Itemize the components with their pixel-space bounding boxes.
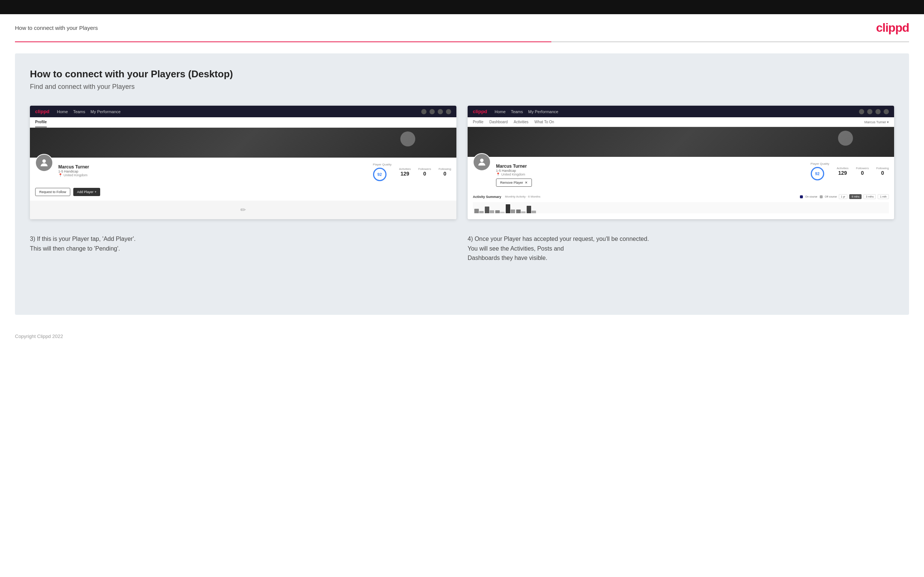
right-activity-subtitle: Monthly Activity · 6 Months — [505, 195, 541, 198]
right-stat-following: Following 0 — [876, 166, 889, 176]
svg-point-1 — [480, 159, 483, 162]
chart-bar — [521, 211, 525, 213]
chart-bar — [485, 206, 489, 213]
right-nav-performance[interactable]: My Performance — [528, 110, 559, 114]
right-activity-title: Activity Summary — [473, 195, 501, 199]
left-hero-image — [30, 128, 456, 158]
right-description-block: 4) Once your Player has accepted your re… — [468, 234, 894, 263]
right-hero-image — [468, 127, 894, 157]
page-subtitle: Find and connect with your Players — [30, 83, 894, 91]
screenshots-row: clippd Home Teams My Performance Profile — [30, 106, 894, 219]
footer: Copyright Clippd 2022 — [0, 326, 924, 347]
left-stat-followers: Followers 0 — [418, 167, 431, 177]
filter-1mth[interactable]: 1 mth — [878, 194, 889, 199]
remove-player-button[interactable]: Remove Player ✕ — [496, 179, 532, 187]
right-profile-info: Marcus Turner 1-5 Handicap 📍 United King… — [496, 162, 806, 187]
logo: clippd — [876, 21, 909, 35]
right-tab-profile[interactable]: Profile — [473, 117, 483, 127]
chart-bar — [474, 209, 479, 213]
right-stat-activities: Activities 129 — [837, 166, 848, 176]
right-profile-section: Marcus Turner 1-5 Handicap 📍 United King… — [468, 157, 894, 190]
chart-bar — [500, 212, 505, 213]
add-player-button[interactable]: Add Player + — [73, 188, 100, 196]
left-player-name: Marcus Turner — [58, 164, 368, 169]
left-player-handicap: 1-5 Handicap — [58, 169, 368, 173]
settings-icon[interactable] — [438, 109, 443, 114]
avatar-icon[interactable] — [446, 109, 451, 114]
filter-1yr[interactable]: 1 yr — [839, 194, 848, 199]
chart-bar — [510, 210, 515, 213]
right-description-text: 4) Once your Player has accepted your re… — [468, 234, 894, 263]
right-search-icon[interactable] — [859, 109, 864, 114]
left-nav-teams[interactable]: Teams — [73, 110, 85, 114]
left-screenshot: clippd Home Teams My Performance Profile — [30, 106, 456, 219]
left-tab-profile[interactable]: Profile — [35, 117, 47, 127]
right-user-icon[interactable] — [867, 109, 872, 114]
right-nav-home[interactable]: Home — [494, 110, 506, 114]
left-action-buttons: Request to Follow Add Player + — [30, 185, 456, 201]
right-player-location: 📍 United Kingdom — [496, 172, 806, 176]
right-tab-activities[interactable]: Activities — [514, 117, 528, 127]
right-nav-links: Home Teams My Performance — [494, 110, 851, 114]
right-activity-summary: Activity Summary Monthly Activity · 6 Mo… — [468, 190, 894, 217]
right-quality-circle: 92 — [811, 167, 824, 181]
chart-bar — [516, 210, 521, 213]
right-avatar-icon[interactable] — [884, 109, 889, 114]
chart-bar — [531, 211, 536, 213]
search-icon[interactable] — [421, 109, 426, 114]
right-nav-teams[interactable]: Teams — [511, 110, 523, 114]
page-title: How to connect with your Players (Deskto… — [30, 68, 894, 80]
left-nav-home[interactable]: Home — [57, 110, 68, 114]
left-avatar — [35, 154, 53, 172]
left-quality-circle: 92 — [373, 168, 386, 181]
svg-point-0 — [42, 160, 45, 163]
right-user-dropdown[interactable]: Marcus Turner ▾ — [864, 120, 889, 124]
pen-icon: ✏ — [240, 206, 246, 214]
right-stats: Player Quality 92 Activities 129 Followe… — [811, 162, 889, 181]
filter-6mths[interactable]: 6 mths — [849, 194, 862, 199]
location-pin-icon: 📍 — [58, 173, 62, 177]
chart-bar-group-1 — [474, 209, 484, 213]
left-app-nav: clippd Home Teams My Performance — [30, 106, 456, 117]
top-bar — [0, 0, 924, 14]
right-app-tabs: Profile Dashboard Activities What To On … — [468, 117, 894, 127]
right-location-pin-icon: 📍 — [496, 172, 500, 176]
right-player-name: Marcus Turner — [496, 164, 806, 169]
close-icon: ✕ — [525, 181, 528, 184]
off-course-legend-dot — [820, 195, 823, 198]
chart-bar — [489, 210, 494, 213]
chart-bar — [506, 204, 510, 213]
right-tab-dashboard[interactable]: Dashboard — [489, 117, 507, 127]
right-hero-circle — [838, 131, 853, 146]
right-tab-whatToDo[interactable]: What To On — [535, 117, 554, 127]
main-content: How to connect with your Players (Deskto… — [15, 53, 909, 315]
chart-bar-group-3 — [495, 210, 505, 213]
left-app-tabs: Profile — [30, 117, 456, 128]
left-player-location: 📍 United Kingdom — [58, 173, 368, 177]
request-to-follow-button[interactable]: Request to Follow — [35, 188, 70, 196]
chart-bar — [479, 211, 484, 213]
left-nav-links: Home Teams My Performance — [57, 110, 414, 114]
left-description-text: 3) If this is your Player tap, 'Add Play… — [30, 234, 456, 253]
right-player-handicap: 1-5 Handicap — [496, 169, 806, 172]
header-divider — [15, 42, 909, 42]
left-hero-circle — [400, 131, 415, 147]
chart-bar-group-6 — [527, 206, 536, 213]
header-title: How to connect with your Players — [15, 25, 98, 31]
right-activity-header: Activity Summary Monthly Activity · 6 Mo… — [473, 194, 889, 199]
chart-bar — [495, 210, 500, 213]
left-stats: Player Quality 92 Activities 129 Followe… — [373, 163, 451, 181]
right-avatar — [473, 153, 491, 171]
off-course-legend-label: Off course — [825, 195, 837, 198]
user-icon[interactable] — [430, 109, 435, 114]
left-profile-section: Marcus Turner 1-5 Handicap 📍 United King… — [30, 158, 456, 185]
on-course-legend-dot — [800, 195, 803, 198]
right-filter-legend: On course Off course — [800, 195, 837, 198]
filter-3mths[interactable]: 3 mths — [863, 194, 876, 199]
right-settings-icon[interactable] — [876, 109, 880, 114]
left-nav-performance[interactable]: My Performance — [90, 110, 121, 114]
chart-bar — [527, 206, 531, 213]
left-stat-activities: Activities 129 — [399, 167, 411, 177]
left-nav-icons — [421, 109, 451, 114]
left-profile-info: Marcus Turner 1-5 Handicap 📍 United King… — [58, 163, 368, 177]
